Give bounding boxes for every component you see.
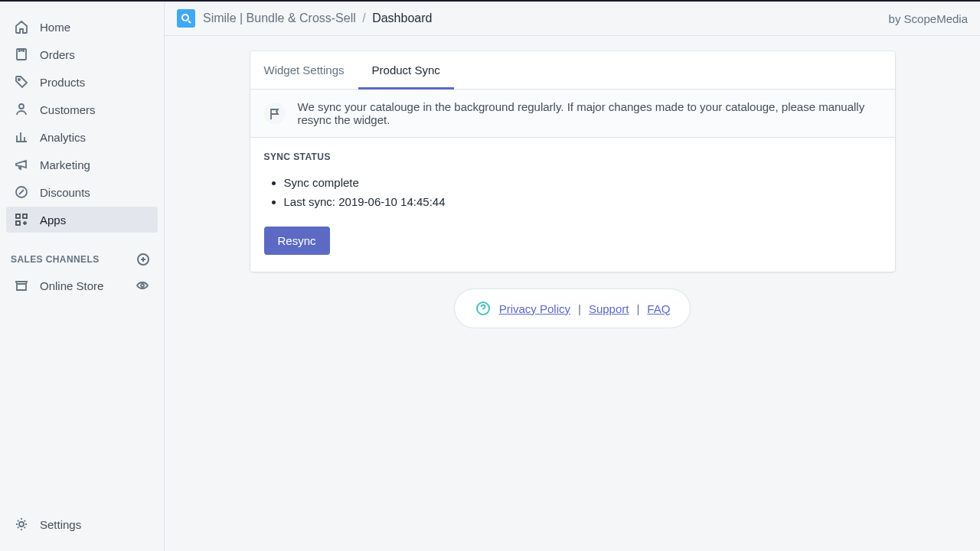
home-icon (14, 19, 29, 34)
privacy-link[interactable]: Privacy Policy (499, 302, 570, 315)
banner-text: We sync your catalouge in the background… (298, 100, 881, 126)
svg-rect-5 (23, 214, 27, 218)
sidebar: Home Orders Products Customers (0, 2, 165, 551)
svg-point-10 (182, 15, 188, 21)
sales-channels-header: SALES CHANNELS (0, 234, 164, 272)
resync-button[interactable]: Resync (264, 227, 330, 255)
footer-links: Privacy Policy | Support | FAQ (454, 289, 691, 328)
gear-icon (14, 517, 29, 532)
nav-label: Customers (40, 103, 96, 116)
discount-icon (14, 184, 29, 200)
sidebar-item-home[interactable]: Home (6, 14, 158, 40)
tab-list: Widget Settings Product Sync (250, 51, 895, 90)
tab-widget-settings[interactable]: Widget Settings (250, 51, 358, 90)
person-icon (14, 102, 29, 117)
faq-link[interactable]: FAQ (647, 302, 670, 315)
channel-list: Online Store (0, 272, 164, 300)
sidebar-item-online-store[interactable]: Online Store (6, 272, 158, 298)
sync-last-sync: Last sync: 2019-06-10 14:45:44 (284, 192, 881, 211)
support-link[interactable]: Support (589, 302, 629, 315)
info-banner: We sync your catalouge in the background… (250, 90, 895, 138)
tab-product-sync[interactable]: Product Sync (358, 51, 454, 90)
channel-label: Online Store (40, 279, 103, 292)
nav-label: Home (40, 21, 70, 34)
sync-status-heading: SYNC STATUS (264, 152, 881, 162)
sidebar-item-discounts[interactable]: Discounts (6, 179, 158, 205)
breadcrumb-sep: / (362, 11, 365, 24)
tag-icon (14, 74, 29, 90)
help-icon (475, 300, 492, 317)
by-vendor-text: by ScopeMedia (889, 12, 968, 25)
sidebar-item-customers[interactable]: Customers (6, 96, 158, 122)
analytics-icon (14, 129, 29, 145)
sales-channels-title: SALES CHANNELS (11, 254, 100, 265)
nav-label: Marketing (40, 158, 90, 171)
nav-label: Products (40, 76, 85, 89)
nav-label: Apps (40, 214, 66, 227)
store-icon (14, 278, 29, 293)
flag-icon (264, 103, 286, 124)
sidebar-item-apps[interactable]: Apps (6, 207, 158, 233)
eye-icon[interactable] (135, 278, 150, 293)
sidebar-item-marketing[interactable]: Marketing (6, 152, 158, 178)
svg-point-8 (141, 284, 144, 287)
breadcrumb: Simile | Bundle & Cross-Sell / Dashboard (203, 11, 432, 25)
sync-status-list: Sync complete Last sync: 2019-06-10 14:4… (264, 173, 881, 211)
megaphone-icon (14, 157, 29, 172)
breadcrumb-current: Dashboard (372, 11, 432, 24)
main-card: Widget Settings Product Sync We sync you… (250, 51, 895, 272)
svg-point-2 (19, 104, 24, 109)
svg-rect-4 (16, 214, 20, 218)
app-logo-icon (177, 9, 195, 28)
sidebar-item-settings[interactable]: Settings (6, 511, 158, 537)
settings-label: Settings (40, 518, 81, 531)
svg-point-9 (19, 522, 24, 527)
sync-status-complete: Sync complete (284, 173, 881, 192)
sep: | (578, 302, 581, 315)
nav-list: Home Orders Products Customers (0, 14, 164, 234)
sidebar-item-analytics[interactable]: Analytics (6, 124, 158, 150)
add-channel-icon[interactable] (136, 253, 150, 266)
main-area: Simile | Bundle & Cross-Sell / Dashboard… (165, 2, 980, 551)
svg-point-1 (18, 79, 20, 80)
svg-rect-6 (16, 221, 20, 225)
orders-icon (14, 47, 29, 62)
breadcrumb-bar: Simile | Bundle & Cross-Sell / Dashboard… (165, 2, 980, 36)
sidebar-item-orders[interactable]: Orders (6, 41, 158, 67)
sidebar-item-products[interactable]: Products (6, 69, 158, 95)
nav-label: Analytics (40, 131, 86, 144)
nav-label: Orders (40, 48, 75, 61)
breadcrumb-app[interactable]: Simile | Bundle & Cross-Sell (203, 11, 356, 24)
nav-label: Discounts (40, 186, 90, 199)
apps-icon (14, 212, 29, 227)
sep: | (636, 302, 639, 315)
